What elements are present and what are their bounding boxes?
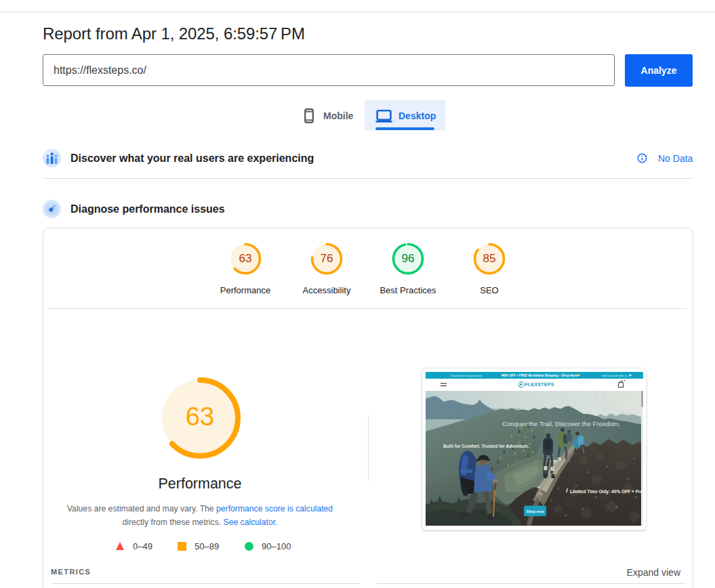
svg-text:Limited Time Only: 40% OFF + F: Limited Time Only: 40% OFF + Free Shippi… [570, 489, 643, 495]
svg-text:Shop now: Shop now [526, 509, 544, 513]
svg-text:Built for Comfort. Trusted for: Built for Comfort. Trusted for Adventure… [443, 444, 529, 448]
svg-text:Trusted on every terrain: Trusted on every terrain [450, 374, 482, 377]
svg-text:40% OFF + FREE Worldwide Shipp: 40% OFF + FREE Worldwide Shipping – Shop… [502, 374, 578, 377]
svg-text:Get in touch with us: Get in touch with us [601, 374, 628, 377]
svg-text:FLEXSTEPS: FLEXSTEPS [525, 382, 554, 387]
svg-text:Conquer the Trail. Discover th: Conquer the Trail. Discover the Freedom. [502, 420, 619, 427]
